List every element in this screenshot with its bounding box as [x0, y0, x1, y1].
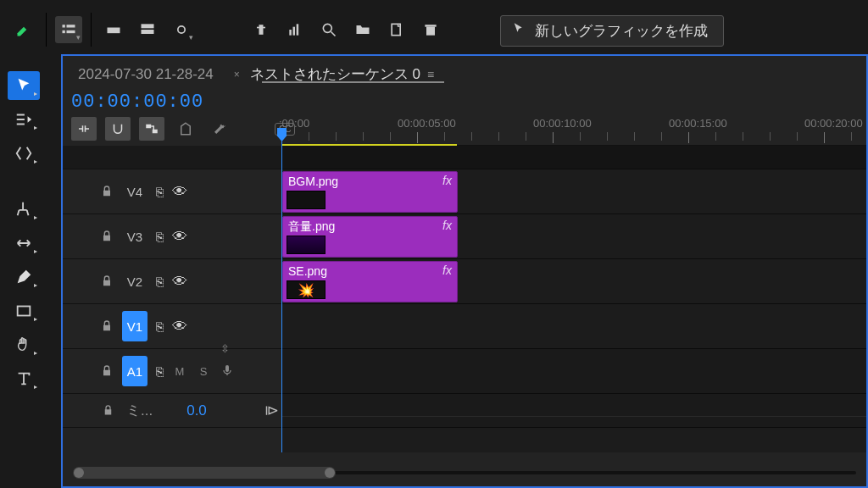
- track-target[interactable]: A1: [122, 356, 147, 386]
- new-graphic-label: 新しいグラフィックを作成: [535, 21, 708, 41]
- hscroll-thumb[interactable]: [73, 467, 336, 479]
- collapse-icon[interactable]: ⧐: [264, 402, 279, 419]
- playhead-line: [281, 130, 282, 452]
- svg-rect-21: [225, 365, 229, 372]
- ruler-label: 00:00:05:00: [398, 117, 456, 130]
- track-target[interactable]: V3: [122, 221, 147, 252]
- lock-icon[interactable]: [100, 185, 114, 198]
- track-header-v2[interactable]: V2 ⎘ 👁: [63, 259, 281, 304]
- track-target[interactable]: V1: [122, 311, 147, 341]
- lock-icon[interactable]: [102, 404, 114, 417]
- lane-v4[interactable]: BGM.png fx: [282, 169, 866, 214]
- clip-fx-badge: fx: [442, 174, 452, 187]
- lane-mix[interactable]: [282, 394, 866, 428]
- sync-lock-icon[interactable]: ⎘: [156, 230, 164, 244]
- clip-name: SE.png: [288, 264, 327, 278]
- toggle-output-icon[interactable]: 👁: [172, 228, 187, 246]
- hand-tool[interactable]: ▸: [8, 330, 40, 359]
- lock-icon[interactable]: [100, 364, 114, 378]
- svg-rect-0: [63, 25, 65, 27]
- snap-button[interactable]: [105, 117, 131, 141]
- clip-v4[interactable]: BGM.png fx: [282, 171, 458, 213]
- clip-name: 音量.png: [288, 219, 335, 233]
- toggle-output-icon[interactable]: 👁: [172, 183, 187, 201]
- svg-rect-3: [67, 30, 75, 33]
- drag-handle-icon[interactable]: ⇳: [220, 342, 230, 355]
- timeline-options-row: CC: [71, 117, 295, 141]
- active-tab-underline: [262, 81, 444, 83]
- lane-a1[interactable]: [282, 349, 866, 394]
- sync-lock-icon[interactable]: ⎘: [156, 185, 164, 199]
- settings-button[interactable]: [207, 117, 232, 141]
- svg-rect-10: [289, 30, 292, 36]
- track-header-a1[interactable]: A1 ⎘ M S ⇳: [63, 349, 281, 394]
- svg-rect-8: [259, 25, 264, 35]
- track-lanes[interactable]: BGM.png fx 音量.png fx SE.png fx 💥: [281, 146, 866, 452]
- folder-button[interactable]: [349, 16, 376, 43]
- solo-button[interactable]: S: [196, 365, 211, 378]
- new-graphic-button[interactable]: 新しいグラフィックを作成: [500, 15, 724, 47]
- time-ruler[interactable]: :00:00 00:00:05:00 00:00:10:00 00:00:15:…: [281, 117, 866, 146]
- clip-thumbnail: [287, 191, 326, 209]
- levels-button[interactable]: [281, 16, 309, 43]
- svg-rect-4: [108, 28, 120, 34]
- clip-v3[interactable]: 音量.png fx: [282, 216, 458, 258]
- marker-button[interactable]: [173, 117, 198, 141]
- track-target[interactable]: V4: [122, 176, 147, 207]
- ruler-label: :00:00: [279, 117, 309, 130]
- lane-v2[interactable]: SE.png fx 💥: [282, 259, 866, 304]
- lock-icon[interactable]: [100, 274, 114, 288]
- mix-value[interactable]: 0.0: [186, 402, 207, 419]
- search-button[interactable]: [315, 16, 342, 43]
- lock-icon[interactable]: [100, 319, 114, 333]
- svg-rect-19: [146, 125, 151, 129]
- pen-tool[interactable]: ▸: [8, 263, 40, 291]
- add-marker-button[interactable]: [248, 16, 275, 43]
- slip-tool[interactable]: ▸: [8, 229, 40, 258]
- insert-mode-button[interactable]: [71, 117, 97, 141]
- sync-lock-icon[interactable]: ⎘: [156, 274, 164, 289]
- toolbar-separator: [46, 13, 47, 47]
- lane-v1[interactable]: [282, 304, 866, 349]
- single-track-button[interactable]: [100, 16, 127, 43]
- track-header-v3[interactable]: V3 ⎘ 👁: [63, 214, 281, 259]
- ripple-edit-tool[interactable]: ▸: [8, 139, 40, 168]
- marker-pen-tool[interactable]: [10, 16, 37, 43]
- track-header-v4[interactable]: V4 ⎘ 👁: [63, 169, 281, 214]
- mute-button[interactable]: M: [172, 365, 187, 378]
- trash-button[interactable]: [417, 16, 444, 43]
- track-target[interactable]: V2: [122, 266, 147, 297]
- clip-thumbnail: 💥: [287, 280, 326, 299]
- rectangle-tool[interactable]: ▸: [8, 297, 40, 325]
- sync-lock-icon[interactable]: ⎘: [156, 319, 164, 334]
- stacked-tracks-button[interactable]: [134, 16, 161, 43]
- clip-v2[interactable]: SE.png fx 💥: [282, 261, 458, 302]
- circle-mode-button[interactable]: ▾: [168, 16, 195, 43]
- razor-tool[interactable]: ▸: [8, 195, 40, 224]
- svg-rect-11: [293, 27, 296, 36]
- track-header-v1[interactable]: V1 ⎘ 👁: [63, 304, 281, 349]
- clip-name: BGM.png: [288, 175, 338, 188]
- tab-menu-icon[interactable]: ≡: [427, 68, 432, 81]
- track-select-tool[interactable]: ▸: [8, 105, 40, 134]
- svg-rect-1: [67, 25, 75, 27]
- new-item-button[interactable]: [383, 16, 410, 43]
- svg-rect-9: [257, 27, 265, 29]
- svg-rect-18: [18, 307, 31, 316]
- linked-selection-button[interactable]: [139, 117, 164, 141]
- tab-close-icon[interactable]: ×: [234, 69, 240, 80]
- svg-line-14: [331, 32, 336, 36]
- type-tool[interactable]: ▸: [8, 364, 40, 393]
- voiceover-button[interactable]: [220, 363, 235, 380]
- list-view-button[interactable]: ▾: [55, 16, 82, 43]
- toggle-output-icon[interactable]: 👁: [172, 273, 187, 291]
- sync-lock-icon[interactable]: ⎘: [156, 364, 164, 379]
- selection-tool[interactable]: ▸: [8, 71, 40, 100]
- tab-label: 2024-07-30 21-28-24: [78, 66, 214, 83]
- lane-v3[interactable]: 音量.png fx: [282, 214, 866, 259]
- sequence-tab-inactive[interactable]: 2024-07-30 21-28-24: [78, 66, 214, 83]
- lock-icon[interactable]: [100, 230, 114, 243]
- playhead-timecode[interactable]: 00:00:00:00: [71, 92, 203, 113]
- toggle-output-icon[interactable]: 👁: [172, 318, 187, 336]
- mix-track-header[interactable]: ミ... 0.0 ⧐: [63, 394, 281, 428]
